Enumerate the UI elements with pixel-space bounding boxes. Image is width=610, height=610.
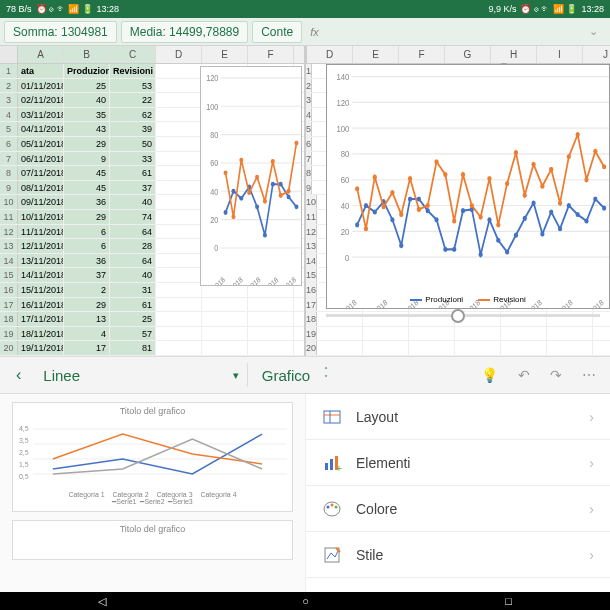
svg-point-141 <box>335 505 338 508</box>
left-pane[interactable]: A B C D E F 1ataProduzionRevisioni201/11… <box>0 46 306 356</box>
option-colore[interactable]: Colore › <box>306 486 610 532</box>
col-header[interactable]: F <box>399 46 445 63</box>
formula-expand-icon[interactable]: ⌄ <box>589 25 606 38</box>
svg-point-93 <box>434 159 438 164</box>
status-icons-right: ⏰ ⊘ ᯤ 📶 🔋 <box>520 4 577 14</box>
grafico-label[interactable]: Grafico <box>256 367 316 384</box>
col-header[interactable]: D <box>307 46 353 63</box>
col-header[interactable]: D <box>156 46 202 63</box>
svg-point-66 <box>452 247 456 252</box>
chart-thumbnail[interactable]: Titolo del grafico 4,5 3,5 2,5 1,5 0,5 C… <box>12 402 293 512</box>
select-all-corner[interactable] <box>0 46 18 63</box>
count-stat[interactable]: Conte <box>252 21 302 43</box>
svg-point-65 <box>443 247 447 252</box>
svg-point-69 <box>479 252 483 257</box>
col-header[interactable]: C <box>110 46 156 63</box>
undo-icon[interactable]: ↶ <box>512 367 536 383</box>
formula-bar[interactable]: fx <box>310 26 319 38</box>
redo-icon[interactable]: ↷ <box>544 367 568 383</box>
chevron-right-icon: › <box>589 501 594 517</box>
svg-point-84 <box>355 186 359 191</box>
chart-small[interactable]: 02040608010012001/11/201803/11/201805/11… <box>200 66 302 286</box>
svg-point-28 <box>255 175 259 180</box>
svg-point-94 <box>443 172 447 177</box>
svg-point-16 <box>239 196 243 201</box>
col-header[interactable]: E <box>353 46 399 63</box>
svg-point-18 <box>255 204 259 209</box>
dropdown-icon[interactable]: ▾ <box>233 369 239 382</box>
svg-point-59 <box>390 217 394 222</box>
chart-thumbnails[interactable]: Titolo del grafico 4,5 3,5 2,5 1,5 0,5 C… <box>0 394 305 592</box>
col-header[interactable]: F <box>248 46 294 63</box>
palette-icon <box>322 499 342 519</box>
svg-point-101 <box>505 181 509 186</box>
nav-back-icon[interactable]: ◁ <box>98 595 106 608</box>
svg-point-73 <box>514 233 518 238</box>
svg-point-27 <box>247 190 251 195</box>
svg-point-25 <box>231 214 235 219</box>
nav-home-icon[interactable]: ○ <box>302 595 309 607</box>
svg-point-60 <box>399 243 403 248</box>
svg-point-96 <box>461 172 465 177</box>
svg-point-29 <box>263 199 267 204</box>
sum-stat[interactable]: Somma: 1304981 <box>4 21 117 43</box>
svg-point-24 <box>224 170 228 175</box>
svg-text:3,5: 3,5 <box>19 437 29 444</box>
back-icon[interactable]: ‹ <box>8 366 29 384</box>
svg-text:120: 120 <box>206 74 219 84</box>
net-speed-right: 9,9 K/s <box>488 4 516 14</box>
svg-point-95 <box>452 218 456 223</box>
col-header[interactable]: G <box>445 46 491 63</box>
svg-point-30 <box>271 159 275 164</box>
chevron-right-icon: › <box>589 409 594 425</box>
svg-point-80 <box>576 212 580 217</box>
svg-point-139 <box>327 505 330 508</box>
col-header[interactable]: E <box>202 46 248 63</box>
col-header[interactable]: B <box>64 46 110 63</box>
lightbulb-icon[interactable]: 💡 <box>475 367 504 383</box>
chart-thumbnail[interactable]: Titolo del grafico <box>12 520 293 560</box>
svg-point-33 <box>294 141 298 146</box>
reorder-icon[interactable]: ˄˅ <box>324 367 328 383</box>
svg-text:01/11/2018: 01/11/2018 <box>201 276 226 285</box>
elements-icon: + <box>322 453 342 473</box>
svg-point-140 <box>331 503 334 506</box>
svg-point-110 <box>584 177 588 182</box>
svg-point-55 <box>355 222 359 227</box>
right-pane[interactable]: D E F G H I J 12345678910111213141516171… <box>306 46 610 356</box>
nav-recent-icon[interactable]: □ <box>505 595 512 607</box>
svg-point-64 <box>434 217 438 222</box>
svg-text:100: 100 <box>206 102 219 112</box>
svg-point-15 <box>231 189 235 194</box>
chart-slider-bottom[interactable] <box>326 314 600 317</box>
svg-point-103 <box>523 193 527 198</box>
option-layout[interactable]: Layout › <box>306 394 610 440</box>
svg-text:4,5: 4,5 <box>19 425 29 432</box>
chart-type-dropdown[interactable]: Linee <box>37 367 86 384</box>
svg-text:40: 40 <box>210 187 219 197</box>
more-icon[interactable]: ⋯ <box>576 367 602 383</box>
chart-large[interactable]: 02040608010012014011/11/201813/11/201815… <box>326 64 610 309</box>
slider-thumb-icon[interactable] <box>451 309 465 323</box>
col-header[interactable]: H <box>491 46 537 63</box>
svg-point-111 <box>593 149 597 154</box>
svg-text:120: 120 <box>336 97 349 108</box>
col-header[interactable]: J <box>583 46 610 63</box>
svg-point-112 <box>602 164 606 169</box>
svg-point-20 <box>271 182 275 187</box>
net-speed-left: 78 B/s <box>6 4 32 14</box>
svg-point-102 <box>514 150 518 155</box>
svg-point-67 <box>461 208 465 213</box>
option-stile[interactable]: Stile › <box>306 532 610 578</box>
svg-point-100 <box>496 222 500 227</box>
chevron-right-icon: › <box>589 455 594 471</box>
col-header[interactable]: I <box>537 46 583 63</box>
svg-rect-134 <box>325 463 328 470</box>
svg-point-70 <box>487 217 491 222</box>
svg-point-83 <box>602 206 606 211</box>
svg-text:60: 60 <box>210 159 219 169</box>
option-elementi[interactable]: + Elementi › <box>306 440 610 486</box>
col-header[interactable]: A <box>18 46 64 63</box>
svg-point-74 <box>523 216 527 221</box>
avg-stat[interactable]: Media: 14499,78889 <box>121 21 248 43</box>
